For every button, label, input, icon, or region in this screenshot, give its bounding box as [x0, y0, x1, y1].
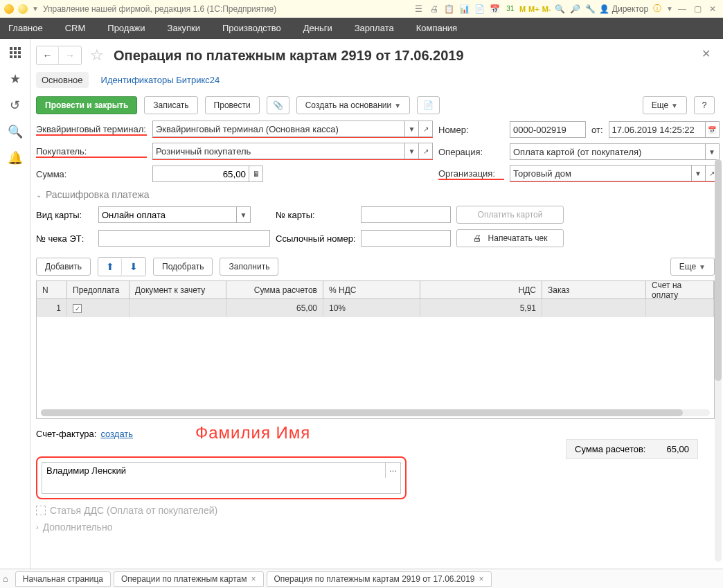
move-down-button[interactable]: ⬇ — [122, 258, 145, 276]
toolbar-icon[interactable]: ☰ — [413, 3, 425, 15]
calendar-picker-icon[interactable]: 📅 — [706, 121, 720, 138]
ref-no-input[interactable] — [361, 230, 451, 247]
star-icon[interactable]: ☆ — [90, 46, 104, 64]
mem-mplus[interactable]: M+ — [528, 5, 539, 13]
notifications-icon[interactable]: 🔔 — [8, 151, 22, 165]
fill-button[interactable]: Заполнить — [220, 258, 278, 276]
more-button[interactable]: Еще ▼ — [643, 96, 687, 114]
user-label[interactable]: 👤 Директор — [599, 4, 648, 14]
check-no-input[interactable] — [98, 230, 270, 247]
move-up-button[interactable]: ⬆ — [98, 258, 122, 276]
tab-start-page[interactable]: Начальная страница — [15, 571, 111, 587]
cell-vat-pct[interactable]: 10% — [323, 299, 420, 317]
card-type-input[interactable]: Онлайн оплата — [98, 206, 237, 223]
buyer-input[interactable]: Розничный покупатель — [152, 143, 405, 159]
create-invoice-link[interactable]: создать — [100, 429, 133, 439]
calc-icon[interactable]: 📊 — [458, 3, 471, 15]
col-doc[interactable]: Документ к зачету — [130, 281, 226, 299]
post-button[interactable]: Провести — [205, 96, 260, 114]
close-tab-icon[interactable]: × — [479, 574, 484, 584]
cell-n[interactable]: 1 — [37, 299, 67, 317]
date-input[interactable]: 17.06.2019 14:25:22 — [609, 121, 706, 138]
vertical-scrollbar[interactable] — [715, 159, 722, 562]
tab-current-document[interactable]: Операция по платежным картам 2919 от 17.… — [267, 571, 492, 587]
card-no-input[interactable] — [361, 206, 451, 223]
cell-invoice[interactable] — [646, 299, 714, 317]
cell-prepay[interactable]: ✓ — [67, 299, 130, 317]
zoom-out-icon[interactable]: 🔎 — [569, 3, 581, 15]
save-button[interactable]: Записать — [144, 96, 197, 114]
amount-input[interactable] — [152, 166, 249, 182]
checkbox-icon[interactable]: ✓ — [73, 304, 82, 313]
table-row[interactable]: 1 ✓ 65,00 10% 5,91 — [37, 299, 714, 317]
minimize-icon[interactable]: — — [676, 3, 688, 15]
calendar-icon[interactable]: 📅 — [489, 3, 501, 15]
nav-main[interactable]: Главное — [7, 19, 44, 37]
col-n[interactable]: N — [37, 281, 67, 299]
print-icon[interactable]: 🖨 — [428, 3, 440, 15]
report-button[interactable]: 📄 — [417, 96, 440, 114]
tab-bitrix[interactable]: Идентификаторы Битрикс24 — [101, 72, 220, 88]
maximize-icon[interactable]: ▢ — [691, 3, 704, 15]
pay-card-button[interactable]: Оплатить картой — [456, 206, 564, 224]
favorite-icon[interactable]: ★ — [8, 72, 22, 86]
create-based-on-button[interactable]: Создать на основании ▼ — [296, 96, 410, 114]
cell-order[interactable] — [542, 299, 646, 317]
comment-ellipsis-button[interactable]: … — [385, 463, 400, 478]
org-input[interactable]: Торговый дом — [510, 165, 692, 181]
table-more-button[interactable]: Еще ▼ — [670, 258, 715, 276]
add-row-button[interactable]: Добавить — [36, 258, 91, 276]
sheet-icon[interactable]: 📄 — [474, 3, 486, 15]
payment-details-section[interactable]: ⌄ Расшифровка платежа — [36, 189, 715, 200]
nav-sales[interactable]: Продажи — [106, 19, 146, 37]
dropdown-icon[interactable]: ▼ — [405, 143, 419, 159]
nav-purchases[interactable]: Закупки — [166, 19, 202, 37]
nav-production[interactable]: Производство — [221, 19, 283, 37]
help-button[interactable]: ? — [694, 96, 715, 114]
nav-back-button[interactable]: ← — [37, 46, 59, 64]
copy-icon[interactable]: 📋 — [443, 3, 456, 15]
date31-icon[interactable]: 31 — [504, 3, 517, 15]
info-dropdown-icon[interactable]: ▼ — [666, 5, 673, 12]
dropdown-icon[interactable]: ▼ — [405, 121, 419, 137]
cell-sum[interactable]: 65,00 — [226, 299, 323, 317]
mem-mminus[interactable]: M- — [542, 5, 551, 13]
info-icon[interactable]: ⓘ — [651, 3, 663, 15]
comment-input[interactable]: Владимир Ленский — [42, 463, 385, 493]
dropdown-icon[interactable]: ▼ — [692, 165, 706, 181]
nav-money[interactable]: Деньги — [302, 19, 334, 37]
search-icon[interactable]: 🔍 — [8, 125, 22, 139]
nav-crm[interactable]: CRM — [64, 19, 87, 37]
pick-button[interactable]: Подобрать — [153, 258, 213, 276]
chevron-down-icon[interactable]: ▼ — [32, 5, 39, 12]
cell-doc[interactable] — [130, 299, 226, 317]
terminal-input[interactable]: Эквайринговый терминал (Основная касса) — [152, 121, 405, 137]
open-icon[interactable]: ↗ — [419, 121, 433, 137]
attach-button[interactable]: 📎 — [267, 96, 289, 114]
apps-icon[interactable] — [8, 46, 22, 60]
tab-operations-list[interactable]: Операции по платежным картам× — [114, 571, 264, 587]
print-check-button[interactable]: Напечатать чек — [456, 229, 564, 247]
col-sum[interactable]: Сумма расчетов — [226, 281, 323, 299]
number-input[interactable]: 0000-002919 — [510, 121, 586, 138]
mem-m[interactable]: M — [519, 5, 526, 13]
nav-forward-button[interactable]: → — [59, 46, 81, 64]
tab-main[interactable]: Основное — [36, 72, 89, 88]
calc-icon[interactable]: 🖩 — [249, 166, 263, 182]
home-icon[interactable]: ⌂ — [3, 573, 8, 584]
history-icon[interactable]: ↺ — [8, 98, 22, 112]
close-document-icon[interactable]: ✕ — [702, 47, 711, 60]
col-vat-pct[interactable]: % НДС — [323, 281, 420, 299]
dropdown-icon[interactable]: ▼ — [706, 143, 720, 160]
nav-salary[interactable]: Зарплата — [353, 19, 395, 37]
cell-vat[interactable]: 5,91 — [420, 299, 542, 317]
col-order[interactable]: Заказ — [542, 281, 646, 299]
close-tab-icon[interactable]: × — [251, 574, 256, 584]
dds-label[interactable]: Статья ДДС (Оплата от покупателей) — [50, 505, 217, 516]
nav-company[interactable]: Компания — [415, 19, 459, 37]
open-icon[interactable]: ↗ — [419, 143, 433, 159]
col-vat[interactable]: НДС — [420, 281, 542, 299]
zoom-in-icon[interactable]: 🔍 — [553, 3, 566, 15]
post-and-close-button[interactable]: Провести и закрыть — [36, 96, 137, 114]
close-window-icon[interactable]: ✕ — [706, 3, 719, 15]
